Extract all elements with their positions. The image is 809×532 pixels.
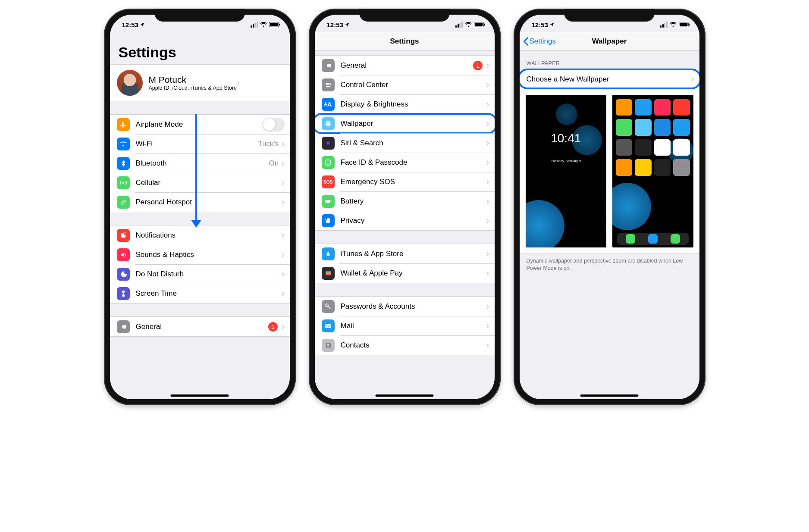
row-label: Emergency SOS <box>341 178 486 186</box>
home-indicator[interactable] <box>171 394 229 397</box>
svg-rect-1 <box>270 23 277 26</box>
svg-rect-25 <box>325 324 331 328</box>
app-icon <box>673 99 690 116</box>
row-label: Contacts <box>341 341 486 350</box>
settings-row-contacts[interactable]: Contacts› <box>315 335 495 355</box>
chevron-right-icon: › <box>486 79 489 91</box>
svg-point-18 <box>329 161 329 162</box>
plane-icon <box>117 118 130 131</box>
wifi-icon <box>260 22 267 27</box>
settings-row-siri-search[interactable]: Siri & Search› <box>315 133 495 153</box>
app-icon <box>673 159 690 175</box>
settings-row-notifications[interactable]: Notifications› <box>110 225 290 245</box>
settings-row-battery[interactable]: Battery› <box>315 191 495 211</box>
chevron-right-icon: › <box>486 118 489 129</box>
apple-id-row[interactable]: M Potuck Apple ID, iCloud, iTunes & App … <box>110 65 290 101</box>
home-indicator[interactable] <box>376 394 434 397</box>
settings-row-emergency-sos[interactable]: SOSEmergency SOS› <box>315 172 495 191</box>
settings-row-personal-hotspot[interactable]: Personal Hotspot› <box>110 192 290 212</box>
wallet-icon <box>322 267 335 280</box>
choose-wallpaper-row[interactable]: Choose a New Wallpaper › <box>520 69 699 89</box>
row-label: Mail <box>341 322 486 330</box>
link-icon <box>117 196 130 209</box>
row-label: Privacy <box>341 216 486 225</box>
notch <box>359 9 450 22</box>
svg-rect-30 <box>689 24 690 26</box>
settings-row-face-id-passcode[interactable]: Face ID & Passcode› <box>315 153 495 172</box>
wifi-icon <box>465 22 472 27</box>
chevron-right-icon: › <box>486 320 489 332</box>
row-value: On <box>269 159 279 168</box>
settings-row-wallet-apple-pay[interactable]: Wallet & Apple Pay› <box>315 263 495 283</box>
settings-row-bluetooth[interactable]: BluetoothOn› <box>110 153 290 173</box>
settings-row-itunes-app-store[interactable]: iTunes & App Store› <box>315 244 495 263</box>
row-label: General <box>136 322 269 331</box>
chevron-right-icon: › <box>281 197 284 208</box>
notif-icon <box>117 229 130 242</box>
page-title: Settings <box>110 32 290 64</box>
row-label: Cellular <box>136 178 282 187</box>
app-icon <box>616 139 632 156</box>
svg-rect-19 <box>325 200 330 203</box>
settings-row-screen-time[interactable]: Screen Time› <box>110 284 290 303</box>
settings-row-display-brightness[interactable]: AADisplay & Brightness› <box>315 94 495 114</box>
row-label: iTunes & App Store <box>341 250 486 258</box>
location-icon <box>140 22 145 27</box>
settings-row-mail[interactable]: Mail› <box>315 316 495 335</box>
settings-row-passwords-accounts[interactable]: Passwords & Accounts› <box>315 297 495 316</box>
lock-screen-preview[interactable]: 10:41 Tuesday, January 9 <box>526 95 607 247</box>
phone-3: 12:53 Settings Wallpaper WALLPAPER Choos… <box>514 9 706 405</box>
row-label: Airplane Mode <box>136 120 262 129</box>
svg-rect-20 <box>331 200 332 202</box>
wallpaper-previews: 10:41 Tuesday, January 9 <box>520 89 699 254</box>
svg-rect-2 <box>279 24 280 26</box>
settings-row-do-not-disturb[interactable]: Do Not Disturb› <box>110 264 290 284</box>
chevron-right-icon: › <box>281 158 284 169</box>
svg-rect-21 <box>326 271 331 272</box>
status-time: 12:53 <box>327 21 343 28</box>
svg-point-17 <box>326 161 327 162</box>
settings-row-general[interactable]: General1› <box>315 56 495 75</box>
settings-row-cellular[interactable]: Cellular› <box>110 173 290 192</box>
row-label: Sounds & Haptics <box>136 250 282 259</box>
app-icon <box>635 139 651 156</box>
home-screen-preview[interactable] <box>612 95 693 247</box>
row-label: Notifications <box>136 231 282 240</box>
wifi-icon <box>117 138 130 150</box>
nav-title: Settings <box>315 32 495 51</box>
svg-point-27 <box>327 344 329 346</box>
svg-rect-7 <box>484 24 485 26</box>
row-label: Screen Time <box>136 289 282 298</box>
settings-row-wi-fi[interactable]: Wi-FiTuck's› <box>110 134 290 153</box>
row-label: Control Center <box>341 81 486 89</box>
home-indicator[interactable] <box>580 394 639 397</box>
mail-icon <box>322 319 335 332</box>
section-header: WALLPAPER <box>520 51 699 69</box>
svg-rect-22 <box>326 272 331 274</box>
chevron-right-icon: › <box>486 138 489 149</box>
back-button[interactable]: Settings <box>523 32 556 51</box>
screen-settings-scrolled: 12:53 Settings General1›Control Center›A… <box>315 15 495 399</box>
chevron-right-icon: › <box>486 301 489 312</box>
settings-row-sounds-haptics[interactable]: Sounds & Haptics› <box>110 245 290 264</box>
toggle-switch[interactable] <box>262 118 285 131</box>
row-label: Personal Hotspot <box>136 198 282 207</box>
status-time: 12:53 <box>122 21 138 28</box>
settings-row-control-center[interactable]: Control Center› <box>315 75 495 94</box>
notch <box>564 9 655 22</box>
row-label: Battery <box>341 197 486 206</box>
app-icon <box>654 139 671 156</box>
settings-row-airplane-mode[interactable]: Airplane Mode <box>110 115 290 134</box>
profile-subtitle: Apple ID, iCloud, iTunes & App Store <box>149 85 237 91</box>
badge: 1 <box>268 322 278 332</box>
settings-row-privacy[interactable]: Privacy› <box>315 211 495 230</box>
app-icon <box>654 119 671 135</box>
row-label: Wallpaper <box>341 119 486 128</box>
row-label: Face ID & Passcode <box>341 158 486 167</box>
settings-row-general[interactable]: General1› <box>110 317 290 336</box>
row-label: Wallet & Apple Pay <box>341 269 486 278</box>
settings-row-wallpaper[interactable]: Wallpaper› <box>315 114 495 133</box>
batt-icon <box>322 195 335 208</box>
row-label: General <box>341 61 473 70</box>
svg-point-8 <box>326 83 328 85</box>
